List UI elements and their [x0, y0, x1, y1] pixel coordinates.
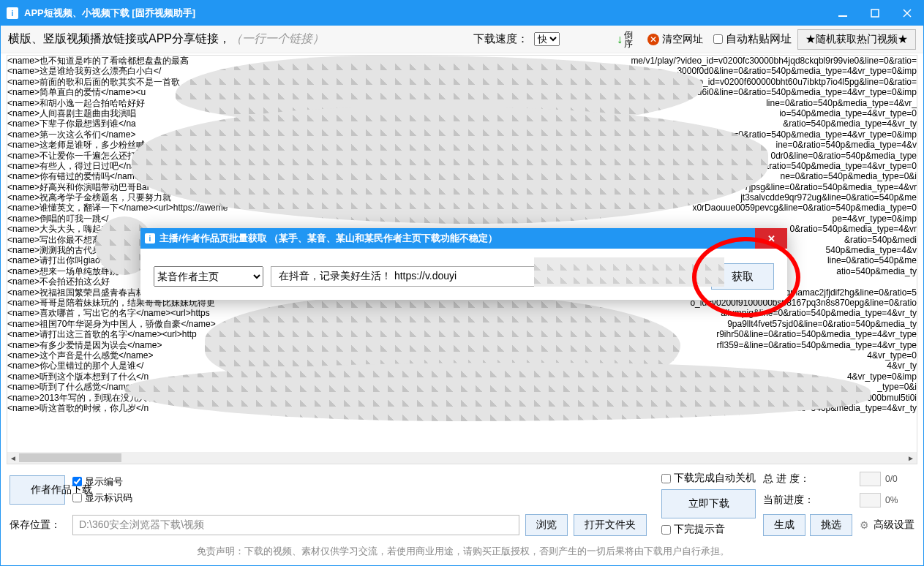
minimize-button[interactable]: [827, 1, 859, 26]
show-index-checkbox[interactable]: 显示编号: [72, 475, 647, 488]
horizontal-scrollbar[interactable]: ◄ ►: [7, 452, 917, 464]
gear-icon: ⚙: [860, 519, 869, 531]
reverse-order-button[interactable]: ↓ 倒序: [612, 29, 637, 50]
auto-shutdown-checkbox[interactable]: 下载完成自动关机: [661, 472, 756, 485]
save-path-label: 保存位置：: [10, 518, 65, 532]
speed-label: 下载速度：: [473, 32, 528, 46]
total-progress-label: 总 进 度：: [763, 472, 852, 486]
dialog-close-button[interactable]: ✕: [755, 228, 787, 249]
current-progress-label: 当前进度：: [763, 494, 852, 507]
svg-rect-1: [871, 10, 879, 17]
scroll-left-icon[interactable]: ◄: [7, 454, 19, 462]
window-title: APP短视频、小视频下载 [固乔视频助手]: [24, 7, 827, 20]
random-hot-button[interactable]: ★随机获取热门视频★: [797, 29, 916, 50]
total-progress-bar: [860, 472, 881, 486]
download-now-button[interactable]: 立即下载: [661, 489, 756, 518]
advanced-settings-button[interactable]: ⚙ 高级设置: [860, 518, 914, 532]
dialog-title: 主播/作者作品页批量获取 （某手、某音、某山和某民作者主页下载功能不稳定）: [159, 232, 497, 245]
show-tag-checkbox[interactable]: 显示标识码: [72, 491, 647, 505]
titlebar: i APP短视频、小视频下载 [固乔视频助手]: [1, 1, 923, 26]
total-progress-text: 0/0: [885, 474, 914, 484]
open-folder-button[interactable]: 打开文件夹: [574, 514, 647, 536]
censored-area: [534, 257, 724, 287]
select-button[interactable]: 挑选: [810, 514, 852, 536]
dialog-icon: i: [145, 233, 155, 244]
browse-button[interactable]: 浏览: [525, 514, 568, 536]
batch-fetch-dialog: i 主播/作者作品页批量获取 （某手、某音、某山和某民作者主页下载功能不稳定） …: [140, 228, 787, 300]
author-works-download-button[interactable]: 作者作品下载: [10, 475, 65, 505]
input-hint: 横版、竖版视频播放链接或APP分享链接，（一行一个链接）: [8, 31, 324, 47]
auto-paste-checkbox[interactable]: 自动粘贴网址: [713, 32, 792, 46]
done-sound-checkbox[interactable]: 下完提示音: [661, 523, 756, 536]
clear-icon: ✕: [647, 34, 659, 45]
current-progress-text: 0%: [885, 495, 914, 505]
generate-button[interactable]: 生成: [763, 514, 805, 536]
maximize-button[interactable]: [859, 1, 891, 26]
scroll-right-icon[interactable]: ►: [905, 454, 917, 462]
source-select[interactable]: 某音作者主页: [154, 266, 263, 287]
toolbar: 横版、竖版视频播放链接或APP分享链接，（一行一个链接） 下载速度： 快 ↓ 倒…: [1, 26, 923, 53]
app-icon: i: [7, 7, 18, 19]
bottom-panel: 总 进 度： 0/0 作者作品下载 显示编号 显示标识码 下载完成自动关机 立即…: [1, 464, 923, 540]
disclaimer-text: 免责声明：下载的视频、素材仅供学习交流，若使用商业用途，请购买正版授权，否则产生…: [1, 540, 924, 565]
speed-select[interactable]: 快: [534, 32, 560, 46]
current-progress-bar: [860, 493, 881, 507]
clear-urls-button[interactable]: ✕ 清空网址: [643, 31, 707, 48]
save-path-input[interactable]: [72, 515, 519, 535]
close-button[interactable]: [891, 1, 923, 26]
svg-rect-0: [838, 15, 847, 17]
sort-down-icon: ↓: [617, 33, 623, 46]
